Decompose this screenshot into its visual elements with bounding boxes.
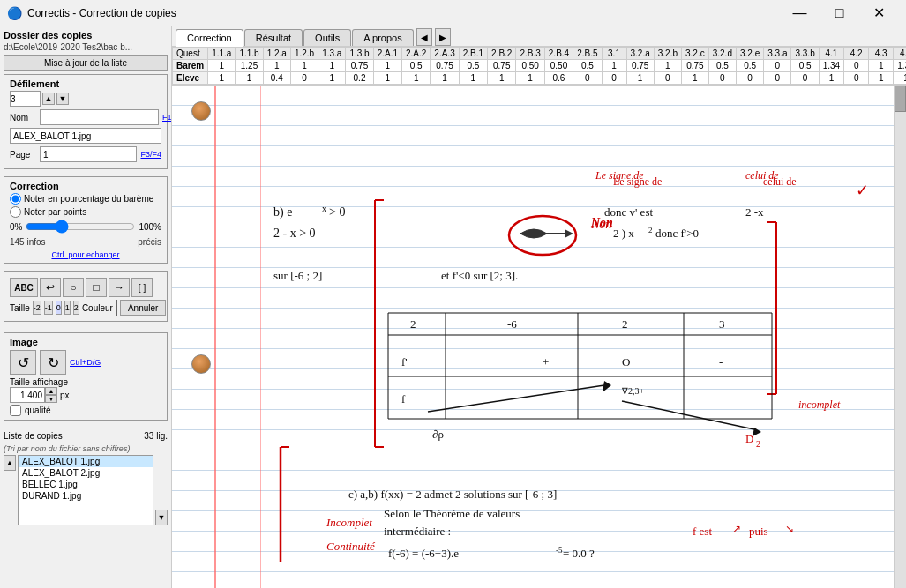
nom-input[interactable]: [40, 109, 159, 125]
maj-button[interactable]: Mise à jour de la liste: [4, 55, 168, 71]
filename-input[interactable]: [10, 128, 161, 144]
td-e-1.3b[interactable]: 0.2: [346, 72, 373, 85]
td-e-4.1[interactable]: 1: [819, 72, 843, 85]
size-minus1[interactable]: -1: [44, 301, 53, 315]
radio-points-label[interactable]: Noter par points: [10, 206, 161, 218]
td-b-3.2c[interactable]: 0.75: [682, 60, 709, 72]
td-b-4.1[interactable]: 1.34: [819, 60, 843, 72]
defilement-up[interactable]: ▲: [42, 93, 55, 105]
rotate-ccw-button[interactable]: ↺: [10, 350, 36, 375]
list-item-2[interactable]: ALEX_BALOT 2.jpg: [19, 467, 153, 479]
td-e-2A2[interactable]: 1: [402, 72, 431, 85]
td-b-3.2b[interactable]: 1: [654, 60, 681, 72]
vertical-scrollbar[interactable]: [894, 86, 906, 588]
td-b-1.1b[interactable]: 1.25: [236, 60, 263, 72]
td-e-2B5[interactable]: 0: [573, 72, 602, 85]
ctrl-echanger[interactable]: Ctrl_pour echanger: [51, 250, 119, 259]
td-b-1.2b[interactable]: 1: [290, 60, 318, 72]
td-e-3.2d[interactable]: 0: [708, 72, 736, 85]
radio-percent[interactable]: [10, 193, 21, 205]
td-b-3.2d[interactable]: 0.5: [708, 60, 736, 72]
td-e-2B1[interactable]: 1: [459, 72, 487, 85]
radio-percent-label[interactable]: Noter en pourcentage du barème: [10, 193, 161, 205]
td-b-2A3[interactable]: 0.75: [431, 60, 459, 72]
td-e-1.3a[interactable]: 1: [318, 72, 346, 85]
defilement-down[interactable]: ▼: [56, 93, 69, 105]
td-e-1.2a[interactable]: 0.4: [263, 72, 290, 85]
scroll-thumb[interactable]: [895, 86, 906, 112]
td-b-2B3[interactable]: 0.50: [516, 60, 544, 72]
td-b-3.2a[interactable]: 0.75: [626, 60, 654, 72]
td-b-4.2[interactable]: 0: [844, 60, 869, 72]
td-e-2A1[interactable]: 1: [373, 72, 401, 85]
td-b-2A2[interactable]: 0.5: [402, 60, 431, 72]
list-item-3[interactable]: BELLEC 1.jpg: [19, 479, 153, 490]
td-e-3.2a[interactable]: 1: [626, 72, 654, 85]
tab-outils[interactable]: Outils: [303, 29, 351, 46]
f1f2-label[interactable]: F1/F2: [162, 113, 172, 122]
td-b-2A1[interactable]: 1: [373, 60, 401, 72]
td-b-1.1a[interactable]: 1: [208, 60, 236, 72]
page-input[interactable]: [40, 146, 137, 162]
annuler-button[interactable]: Annuler: [120, 300, 166, 316]
score-slider[interactable]: [26, 220, 135, 233]
td-b-3.3b[interactable]: 0.5: [791, 60, 819, 72]
td-b-1.2a[interactable]: 1: [263, 60, 290, 72]
defilement-input[interactable]: [10, 91, 41, 107]
td-e-3.2b[interactable]: 0: [654, 72, 681, 85]
list-up[interactable]: ▲: [4, 455, 16, 471]
size-plus2[interactable]: 2: [73, 301, 79, 315]
list-item-1[interactable]: ALEX_BALOT 1.jpg: [19, 456, 153, 467]
list-down[interactable]: ▼: [155, 510, 168, 525]
tool-abc[interactable]: ABC: [10, 278, 38, 297]
list-item-4[interactable]: DURAND 1.jpg: [19, 490, 153, 502]
td-b-2B1[interactable]: 0.5: [459, 60, 487, 72]
spin-up[interactable]: ▲: [45, 387, 57, 395]
tool-undo[interactable]: ↩: [40, 278, 61, 297]
td-b-3.1[interactable]: 1: [602, 60, 626, 72]
td-e-4.3[interactable]: 1: [869, 72, 894, 85]
td-e-3.2e[interactable]: 0: [736, 72, 763, 85]
td-e-2B3[interactable]: 1: [516, 72, 544, 85]
maximize-button[interactable]: □: [820, 0, 859, 26]
td-e-3.3b[interactable]: 0: [791, 72, 819, 85]
close-button[interactable]: ✕: [859, 0, 899, 26]
tool-circle[interactable]: ○: [63, 278, 84, 297]
tool-bracket[interactable]: [ ]: [131, 278, 153, 297]
tool-rect[interactable]: □: [86, 278, 107, 297]
td-e-3.1[interactable]: 0: [602, 72, 626, 85]
td-b-1.3b[interactable]: 0.75: [346, 60, 373, 72]
td-b-2B2[interactable]: 0.75: [488, 60, 516, 72]
tool-arrow[interactable]: →: [109, 278, 130, 297]
td-b-1.3a[interactable]: 1: [318, 60, 346, 72]
tab-prev[interactable]: ◀: [416, 28, 432, 46]
td-e-1.1b[interactable]: 1: [236, 72, 263, 85]
td-b-4.4[interactable]: 1.33: [894, 60, 906, 72]
image-area[interactable]: b) e x > 0 2 - x > 0 sur [-6 ; 2] et f'<…: [172, 86, 906, 588]
size-plus1[interactable]: 1: [64, 301, 71, 315]
f3f4-label[interactable]: F3/F4: [140, 150, 161, 159]
td-b-2B4[interactable]: 0.50: [544, 60, 573, 72]
color-picker[interactable]: [116, 300, 117, 316]
td-e-2A3[interactable]: 1: [431, 72, 459, 85]
td-b-3.3a[interactable]: 0: [764, 60, 791, 72]
rotate-cw-button[interactable]: ↻: [40, 350, 66, 375]
td-b-2B5[interactable]: 0.5: [573, 60, 602, 72]
tab-apropos[interactable]: A propos: [352, 29, 413, 46]
spin-down[interactable]: ▼: [45, 395, 57, 403]
td-e-4.2[interactable]: 0: [844, 72, 869, 85]
td-e-3.2c[interactable]: 1: [682, 72, 709, 85]
radio-points[interactable]: [10, 206, 21, 218]
ctrl-dg[interactable]: Ctrl+D/G: [70, 358, 101, 367]
tab-resultat[interactable]: Résultat: [244, 29, 303, 46]
tab-correction[interactable]: Correction: [176, 29, 243, 47]
td-b-4.3[interactable]: 1: [869, 60, 894, 72]
size-minus2[interactable]: -2: [33, 301, 41, 315]
td-e-1.2b[interactable]: 0: [290, 72, 318, 85]
td-e-2B4[interactable]: 0.6: [544, 72, 573, 85]
td-e-2B2[interactable]: 1: [488, 72, 516, 85]
td-e-3.3a[interactable]: 0: [764, 72, 791, 85]
td-e-4.4[interactable]: 1: [894, 72, 906, 85]
minimize-button[interactable]: —: [780, 0, 820, 26]
size-0[interactable]: 0: [56, 301, 62, 315]
